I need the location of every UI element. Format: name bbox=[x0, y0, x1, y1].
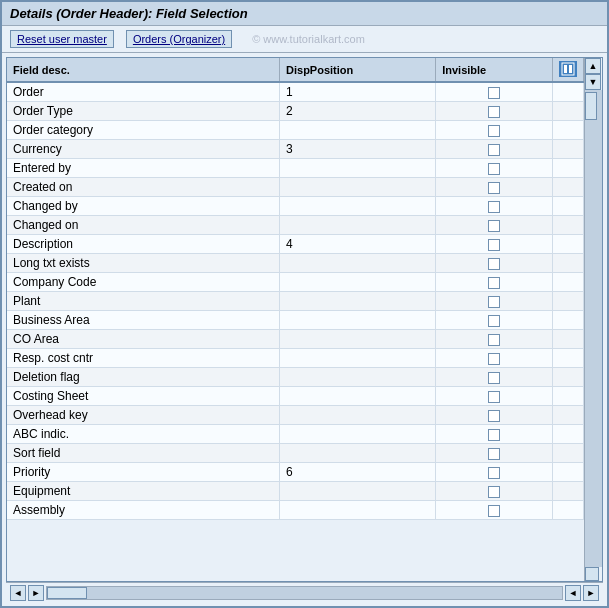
invisible-checkbox-cell[interactable] bbox=[436, 501, 553, 520]
table-row: Plant bbox=[7, 292, 584, 311]
invisible-checkbox-cell[interactable] bbox=[436, 311, 553, 330]
invisible-checkbox[interactable] bbox=[488, 429, 500, 441]
scroll-track bbox=[585, 90, 602, 567]
invisible-checkbox[interactable] bbox=[488, 220, 500, 232]
invisible-checkbox-cell[interactable] bbox=[436, 140, 553, 159]
disp-position-cell[interactable] bbox=[280, 368, 436, 387]
invisible-checkbox-cell[interactable] bbox=[436, 82, 553, 102]
disp-position-cell[interactable] bbox=[280, 292, 436, 311]
table-scroll-container[interactable]: Field desc. DispPosition Invisible bbox=[7, 58, 584, 581]
field-name-cell: Deletion flag bbox=[7, 368, 280, 387]
invisible-checkbox[interactable] bbox=[488, 372, 500, 384]
invisible-checkbox[interactable] bbox=[488, 505, 500, 517]
table-row: Equipment bbox=[7, 482, 584, 501]
h-scroll-track[interactable] bbox=[46, 586, 563, 600]
invisible-checkbox[interactable] bbox=[488, 410, 500, 422]
invisible-checkbox-cell[interactable] bbox=[436, 273, 553, 292]
disp-position-cell[interactable] bbox=[280, 254, 436, 273]
scroll-thumb[interactable] bbox=[585, 92, 597, 120]
invisible-checkbox-cell[interactable] bbox=[436, 387, 553, 406]
invisible-checkbox[interactable] bbox=[488, 87, 500, 99]
invisible-checkbox-cell[interactable] bbox=[436, 121, 553, 140]
field-name-cell: ABC indic. bbox=[7, 425, 280, 444]
disp-position-cell[interactable] bbox=[280, 444, 436, 463]
disp-position-cell[interactable] bbox=[280, 482, 436, 501]
invisible-checkbox-cell[interactable] bbox=[436, 178, 553, 197]
disp-position-cell[interactable] bbox=[280, 197, 436, 216]
disp-position-cell[interactable] bbox=[280, 387, 436, 406]
invisible-checkbox-cell[interactable] bbox=[436, 368, 553, 387]
invisible-checkbox[interactable] bbox=[488, 353, 500, 365]
invisible-checkbox[interactable] bbox=[488, 125, 500, 137]
disp-position-cell[interactable] bbox=[280, 349, 436, 368]
table-row: Description4 bbox=[7, 235, 584, 254]
disp-position-cell[interactable]: 4 bbox=[280, 235, 436, 254]
disp-position-cell[interactable] bbox=[280, 159, 436, 178]
invisible-checkbox-cell[interactable] bbox=[436, 254, 553, 273]
scroll-down-button[interactable]: ▼ bbox=[585, 74, 601, 90]
invisible-checkbox[interactable] bbox=[488, 391, 500, 403]
disp-position-cell[interactable] bbox=[280, 216, 436, 235]
scroll-corner bbox=[585, 567, 599, 581]
disp-position-cell[interactable] bbox=[280, 330, 436, 349]
disp-position-cell[interactable] bbox=[280, 425, 436, 444]
invisible-checkbox-cell[interactable] bbox=[436, 235, 553, 254]
nav-next-button[interactable]: ► bbox=[28, 585, 44, 601]
h-scroll-left-button[interactable]: ◄ bbox=[565, 585, 581, 601]
invisible-checkbox-cell[interactable] bbox=[436, 444, 553, 463]
reset-user-master-button[interactable]: Reset user master bbox=[10, 30, 114, 48]
invisible-checkbox[interactable] bbox=[488, 201, 500, 213]
table-row: Created on bbox=[7, 178, 584, 197]
invisible-checkbox[interactable] bbox=[488, 106, 500, 118]
disp-position-cell[interactable] bbox=[280, 311, 436, 330]
invisible-checkbox[interactable] bbox=[488, 334, 500, 346]
invisible-checkbox-cell[interactable] bbox=[436, 425, 553, 444]
invisible-checkbox-cell[interactable] bbox=[436, 349, 553, 368]
invisible-checkbox[interactable] bbox=[488, 296, 500, 308]
h-scroll-thumb[interactable] bbox=[47, 587, 87, 599]
row-icon-cell bbox=[553, 140, 584, 159]
disp-position-cell[interactable]: 1 bbox=[280, 82, 436, 102]
disp-position-cell[interactable] bbox=[280, 121, 436, 140]
invisible-checkbox-cell[interactable] bbox=[436, 197, 553, 216]
field-name-cell: Changed on bbox=[7, 216, 280, 235]
disp-position-cell[interactable] bbox=[280, 406, 436, 425]
disp-position-cell[interactable]: 3 bbox=[280, 140, 436, 159]
invisible-checkbox-cell[interactable] bbox=[436, 463, 553, 482]
field-name-cell: Assembly bbox=[7, 501, 280, 520]
scroll-up-button[interactable]: ▲ bbox=[585, 58, 601, 74]
invisible-checkbox[interactable] bbox=[488, 144, 500, 156]
orders-organizer-button[interactable]: Orders (Organizer) bbox=[126, 30, 232, 48]
invisible-checkbox-cell[interactable] bbox=[436, 216, 553, 235]
invisible-checkbox-cell[interactable] bbox=[436, 102, 553, 121]
invisible-checkbox-cell[interactable] bbox=[436, 330, 553, 349]
invisible-checkbox-cell[interactable] bbox=[436, 292, 553, 311]
horizontal-scrollbar: ◄ ► ◄ ► bbox=[6, 582, 603, 602]
invisible-checkbox-cell[interactable] bbox=[436, 159, 553, 178]
invisible-checkbox-cell[interactable] bbox=[436, 482, 553, 501]
invisible-checkbox[interactable] bbox=[488, 315, 500, 327]
disp-position-cell[interactable] bbox=[280, 273, 436, 292]
field-name-cell: Priority bbox=[7, 463, 280, 482]
invisible-checkbox[interactable] bbox=[488, 163, 500, 175]
disp-position-cell[interactable]: 6 bbox=[280, 463, 436, 482]
invisible-checkbox[interactable] bbox=[488, 486, 500, 498]
invisible-checkbox[interactable] bbox=[488, 277, 500, 289]
invisible-checkbox[interactable] bbox=[488, 467, 500, 479]
invisible-checkbox[interactable] bbox=[488, 258, 500, 270]
row-icon-cell bbox=[553, 349, 584, 368]
row-icon-cell bbox=[553, 216, 584, 235]
invisible-checkbox-cell[interactable] bbox=[436, 406, 553, 425]
main-window: Details (Order Header): Field Selection … bbox=[0, 0, 609, 608]
invisible-checkbox[interactable] bbox=[488, 448, 500, 460]
row-icon-cell bbox=[553, 387, 584, 406]
disp-position-cell[interactable]: 2 bbox=[280, 102, 436, 121]
invisible-checkbox[interactable] bbox=[488, 182, 500, 194]
invisible-checkbox[interactable] bbox=[488, 239, 500, 251]
nav-prev-button[interactable]: ◄ bbox=[10, 585, 26, 601]
field-name-cell: Business Area bbox=[7, 311, 280, 330]
h-scroll-right-button[interactable]: ► bbox=[583, 585, 599, 601]
content-area: Field desc. DispPosition Invisible bbox=[2, 53, 607, 606]
disp-position-cell[interactable] bbox=[280, 501, 436, 520]
disp-position-cell[interactable] bbox=[280, 178, 436, 197]
